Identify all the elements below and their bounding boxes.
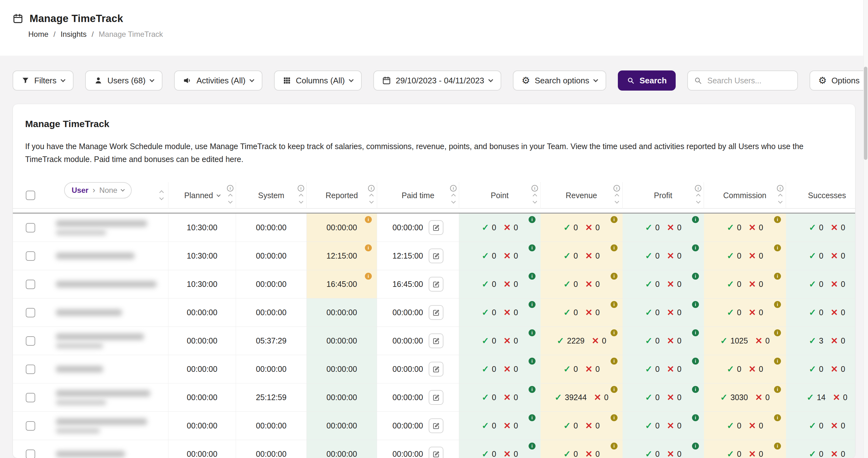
breadcrumb-insights[interactable]: Insights (61, 30, 87, 39)
row-checkbox[interactable] (26, 421, 35, 431)
search-button[interactable]: Search (618, 70, 676, 91)
info-icon[interactable] (611, 216, 618, 223)
column-header-paid-time[interactable]: Paid time (377, 182, 459, 208)
info-icon[interactable] (611, 330, 618, 336)
column-header-commission[interactable]: Commission (704, 182, 786, 208)
info-icon[interactable] (298, 185, 304, 192)
info-icon[interactable] (611, 386, 618, 393)
table-row[interactable]: 00:00:00 00:00:00 00:00:00 00:00:00 0 0 … (13, 412, 855, 440)
info-icon[interactable] (692, 414, 699, 421)
columns-button[interactable]: Columns (All) (274, 70, 362, 91)
info-icon[interactable] (692, 216, 699, 223)
info-icon[interactable] (529, 273, 535, 280)
info-icon[interactable] (227, 185, 234, 192)
info-icon[interactable] (692, 386, 699, 393)
info-icon[interactable] (774, 245, 781, 251)
table-row[interactable]: 00:00:00 05:37:29 00:00:00 00:00:00 0 0 … (13, 327, 855, 355)
info-icon[interactable] (529, 301, 535, 308)
info-icon[interactable] (774, 216, 781, 223)
info-icon[interactable] (611, 414, 618, 421)
activities-button[interactable]: Activities (All) (174, 70, 262, 91)
column-header-point[interactable]: Point (459, 182, 540, 208)
search-users-input[interactable] (687, 70, 798, 91)
options-button[interactable]: Options (810, 70, 868, 91)
table-row[interactable]: 10:30:00 00:00:00 12:15:00 12:15:00 0 0 … (13, 242, 855, 270)
edit-paid-time-button[interactable] (429, 334, 443, 348)
sort-button[interactable] (229, 194, 232, 203)
edit-paid-time-button[interactable] (429, 418, 443, 433)
info-icon[interactable] (611, 273, 618, 280)
info-icon[interactable] (611, 245, 618, 251)
column-header-profit[interactable]: Profit (623, 182, 704, 208)
sort-button[interactable] (615, 194, 618, 203)
table-row[interactable]: 10:30:00 00:00:00 00:00:00 00:00:00 0 0 … (13, 213, 855, 242)
info-icon[interactable] (692, 330, 699, 336)
warning-icon[interactable] (365, 273, 372, 280)
breadcrumb-home[interactable]: Home (28, 30, 49, 39)
user-group-button[interactable]: User None (64, 182, 132, 199)
column-header-system[interactable]: System (236, 182, 307, 208)
table-row[interactable]: 00:00:00 00:00:00 00:00:00 00:00:00 0 0 … (13, 355, 855, 383)
table-row[interactable]: 00:00:00 25:12:59 00:00:00 00:00:00 0 0 … (13, 383, 855, 412)
table-row[interactable]: 00:00:00 00:00:00 00:00:00 00:00:00 0 0 … (13, 298, 855, 327)
info-icon[interactable] (529, 216, 535, 223)
sort-button[interactable] (370, 194, 373, 203)
edit-paid-time-button[interactable] (429, 362, 443, 376)
info-icon[interactable] (611, 442, 618, 450)
info-icon[interactable] (774, 414, 781, 421)
info-icon[interactable] (614, 185, 620, 192)
edit-paid-time-button[interactable] (429, 277, 443, 292)
info-icon[interactable] (774, 301, 781, 308)
edit-paid-time-button[interactable] (429, 305, 443, 320)
row-checkbox[interactable] (26, 336, 35, 346)
info-icon[interactable] (774, 386, 781, 393)
info-icon[interactable] (529, 386, 535, 393)
edit-paid-time-button[interactable] (429, 447, 443, 458)
row-checkbox[interactable] (26, 393, 35, 402)
search-options-button[interactable]: Search options (513, 70, 606, 91)
column-header-revenue[interactable]: Revenue (540, 182, 623, 208)
users-button[interactable]: Users (68) (85, 70, 162, 91)
edit-paid-time-button[interactable] (429, 249, 443, 263)
info-icon[interactable] (774, 330, 781, 336)
warning-icon[interactable] (365, 245, 372, 251)
sort-button[interactable] (533, 194, 536, 203)
info-icon[interactable] (692, 273, 699, 280)
info-icon[interactable] (529, 330, 535, 336)
info-icon[interactable] (692, 357, 699, 365)
row-checkbox[interactable] (26, 308, 35, 317)
info-icon[interactable] (529, 357, 535, 365)
sort-button[interactable] (779, 194, 782, 203)
sort-button[interactable] (300, 194, 303, 203)
info-icon[interactable] (692, 245, 699, 251)
sort-button[interactable] (452, 194, 455, 203)
info-icon[interactable] (450, 185, 457, 192)
edit-paid-time-button[interactable] (429, 220, 443, 235)
row-checkbox[interactable] (26, 251, 35, 261)
sort-button[interactable] (697, 194, 700, 203)
info-icon[interactable] (531, 185, 538, 192)
info-icon[interactable] (695, 185, 702, 192)
info-icon[interactable] (368, 185, 375, 192)
edit-paid-time-button[interactable] (429, 390, 443, 405)
info-icon[interactable] (529, 414, 535, 421)
info-icon[interactable] (777, 185, 783, 192)
info-icon[interactable] (774, 357, 781, 365)
column-header-planned[interactable]: Planned (168, 182, 236, 208)
date-range-button[interactable]: 29/10/2023 - 04/11/2023 (373, 70, 501, 91)
info-icon[interactable] (529, 245, 535, 251)
table-row[interactable]: 00:00:00 00:00:00 00:00:00 00:00:00 0 0 … (13, 440, 855, 458)
info-icon[interactable] (692, 442, 699, 450)
table-row[interactable]: 10:30:00 00:00:00 16:45:00 16:45:00 0 0 … (13, 270, 855, 298)
row-checkbox[interactable] (26, 223, 35, 232)
column-header-reported[interactable]: Reported (307, 182, 377, 208)
info-icon[interactable] (529, 442, 535, 450)
info-icon[interactable] (774, 442, 781, 450)
info-icon[interactable] (774, 273, 781, 280)
warning-icon[interactable] (365, 216, 372, 223)
row-checkbox[interactable] (26, 280, 35, 289)
column-header-successes[interactable]: Successes (786, 182, 856, 208)
row-checkbox[interactable] (26, 450, 35, 458)
select-all-checkbox[interactable] (26, 191, 35, 200)
filters-button[interactable]: Filters (12, 70, 73, 91)
